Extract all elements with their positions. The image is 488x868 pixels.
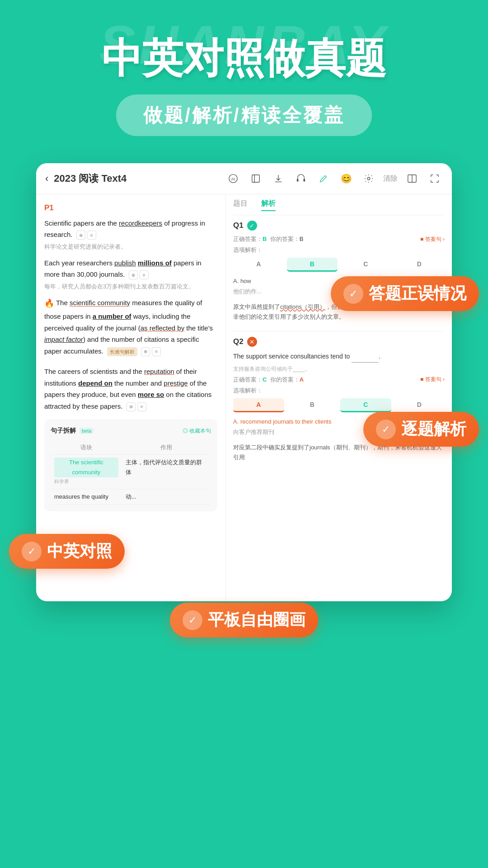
p1-sentence3-en: 🔥 The scientific community measures the … [44,297,217,357]
sentence-analysis-box: 句子拆解 beta ◎ 收藏本句 语块 作用 [44,419,217,511]
headphone-icon[interactable] [293,170,309,187]
bottom-space [0,637,488,674]
book-icon[interactable] [248,170,264,187]
q2-correct-answer: C [263,376,267,383]
p1-label: P1 [44,202,217,215]
flame-icon: 🔥 [44,299,54,308]
chunk1-cn: 科学界 [54,477,118,486]
q1-my-answer: B [300,236,304,242]
settings-icon[interactable] [361,170,377,187]
bookmark-icon2[interactable]: ≡ [140,270,149,279]
card-header: ‹ 2023 阅读 Text4 AI [36,163,452,194]
q2-number: Q2 [233,337,244,346]
q2-answer-link[interactable]: ■ 答案句 › [420,376,445,383]
right-panel: 题目 解析 Q1 ✓ 正确答案：B 你的答案：B ■ 答案句 › 选项解析： [226,194,452,601]
p1-sentence1-cn: 科学论文是研究进展的记录者。 [44,242,217,252]
hero-section: 中英对照做真题 做题/解析/精读全覆盖 [0,0,488,163]
badge-check-icon3: ✓ [22,542,42,561]
q1-option-c[interactable]: C [340,258,391,272]
q1-answer-row: 正确答案：B 你的答案：B ■ 答案句 › [233,235,445,243]
badge-analysis: ✓ 逐题解析 [363,412,479,447]
hero-subtitle: 做题/解析/精读全覆盖 [143,104,344,126]
chunk1: The scientific community [54,458,118,477]
q2-answer-row: 正确答案：C 你的答案：A ■ 答案句 › [233,376,445,384]
pen-icon[interactable] [315,170,332,187]
tab-analysis[interactable]: 解析 [261,199,276,211]
q1-status-icon: ✓ [247,221,257,231]
copy-icon4[interactable]: ⊕ [127,402,136,411]
table-row: measures the quality 动... [51,489,211,505]
header-icons: AI [225,170,443,187]
q1-option-d[interactable]: D [394,258,445,272]
q2-option-a[interactable]: A [233,398,284,412]
back-button[interactable]: ‹ [45,173,48,184]
q2-status-icon: ✕ [247,337,257,347]
q2-options-label: 选项解析： [233,387,445,395]
emoji-icon[interactable]: 😊 [338,170,354,187]
role2: 动... [122,489,211,505]
clear-button[interactable]: 清除 [383,174,398,184]
q1-number: Q1 [233,221,244,230]
q1-answer-link[interactable]: ■ 答案句 › [420,236,445,243]
card-title: 2023 阅读 Text4 [54,172,225,185]
table-row: The scientific community 科学界 主体，指代评估论文质量… [51,454,211,489]
p2-sentence1-en: The careers of scientists and the reputa… [44,366,217,412]
col2-header: 作用 [122,441,211,455]
svg-rect-2 [252,175,260,183]
svg-point-7 [367,177,370,180]
bookmark-icon4[interactable]: ≡ [137,402,146,411]
q2-question-cn: 支持服务咨询公司倾向于____。 [233,365,445,373]
split-view-icon[interactable] [404,170,420,187]
chunk2: measures the quality [51,489,122,505]
download-icon[interactable] [270,170,286,187]
beta-tag: beta [80,428,94,434]
divider1 [233,331,445,331]
badge-tablet-text: 平板自由圈画 [208,609,305,631]
copy-icon2[interactable]: ⊕ [129,270,138,279]
q2-label-row: Q2 ✕ [233,337,445,347]
q1-option-a[interactable]: A [233,258,284,272]
q2-option-b[interactable]: B [287,398,338,412]
badge-analysis-text: 逐题解析 [401,418,466,440]
q1-label-row: Q1 ✓ [233,221,445,231]
ai-icon[interactable]: AI [225,170,241,187]
bookmark-icon3[interactable]: ≡ [152,347,161,356]
q2-option-c[interactable]: C [340,398,391,412]
q2-options-grid: A B C D [233,398,445,412]
svg-text:AI: AI [231,177,235,181]
save-sentence-button[interactable]: ◎ 收藏本句 [183,426,211,435]
sentence-box-title: 句子拆解 beta [51,425,94,436]
badge-answer: ✓ 答题正误情况 [331,276,479,311]
badge-check-icon: ✓ [343,284,363,304]
copy-icon[interactable]: ⊕ [76,231,85,240]
svg-rect-6 [304,179,305,182]
p1-sentence2-en: Each year researchers publish millions o… [44,257,217,280]
copy-icon3[interactable]: ⊕ [141,347,150,356]
sentence-box-header: 句子拆解 beta ◎ 收藏本句 [51,425,211,436]
hero-title: 中英对照做真题 [0,36,488,81]
fullscreen-icon[interactable] [427,170,443,187]
p1-sentence2-cn: 每年，研究人员都会在3万多种期刊上发表数百万篇论文。 [44,282,217,292]
role1: 主体，指代评估论文质量的群体 [122,454,211,489]
badge-bilingual-text: 中英对照 [47,540,112,562]
bookmark-icon[interactable]: ≡ [87,231,96,240]
svg-rect-5 [297,179,299,182]
badge-bilingual: ✓ 中英对照 [9,534,125,569]
badge-tablet: ✓ 平板自由圈画 [170,603,318,637]
hero-subtitle-box: 做题/解析/精读全覆盖 [116,94,371,136]
right-tabs: 题目 解析 [233,199,445,215]
p1-sentence1-en: Scientific papers are the recordkeepers … [44,217,217,241]
q2-question-text: The support service consultancies tend t… [233,351,445,363]
q1-correct-answer: B [263,236,267,242]
annotation-tag[interactable]: 长难句解析 [107,347,137,357]
sentence-table: 语块 作用 The scientific community 科学界 主体，指代… [51,441,211,505]
q1-options-grid: A B C D [233,258,445,272]
q2-my-answer: A [300,376,304,383]
q1-option-b[interactable]: B [287,258,338,272]
badge-check-icon4: ✓ [183,610,202,630]
col1-header: 语块 [51,441,122,455]
q2-option-d[interactable]: D [394,398,445,412]
badge-answer-text: 答题正误情况 [369,283,466,305]
tab-questions[interactable]: 题目 [233,199,248,211]
badge-check-icon2: ✓ [376,420,396,439]
